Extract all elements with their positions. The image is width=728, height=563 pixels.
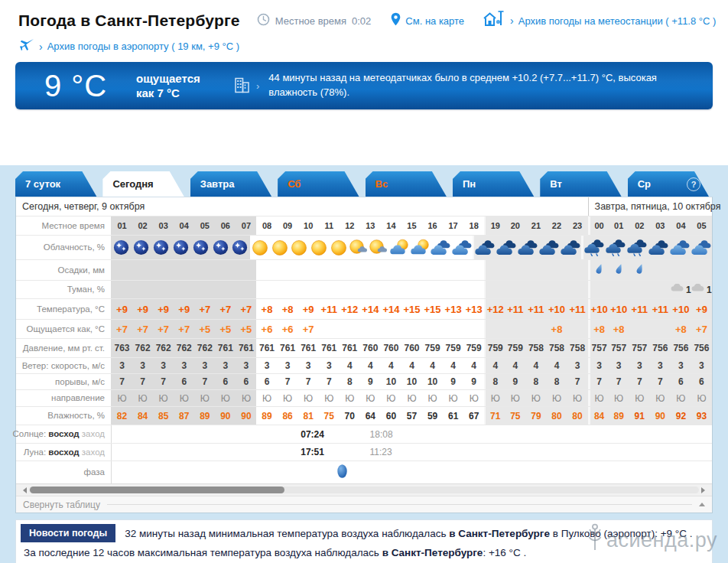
table-cell <box>422 320 443 338</box>
link-arrow-icon: › <box>510 15 514 26</box>
table-cell <box>369 236 388 259</box>
table-cell: Ю <box>112 390 132 406</box>
table-cell: 06 <box>215 216 236 235</box>
table-cell: Ю <box>153 390 174 406</box>
station-archive-link[interactable]: Архив погоды на метеостанции ( +11.8 °C … <box>518 15 717 27</box>
table-cell: Ю <box>443 390 463 406</box>
table-cell: 13 <box>360 216 381 235</box>
row-fog: Туман, %11 <box>16 280 712 298</box>
tab-сб[interactable]: Сб <box>278 171 362 197</box>
table-cell: Ю <box>546 390 567 406</box>
table-cell <box>567 260 588 280</box>
table-cell: 760 <box>381 339 401 357</box>
current-weather-banner: 9 °C ощущается как 7 °C › 44 минуты наза… <box>15 62 713 109</box>
table-cell <box>132 236 151 259</box>
night-icon <box>152 239 170 256</box>
row-moon: Луна: восход заход 17:51 11:23 <box>16 443 712 460</box>
tab-завтра[interactable]: Завтра <box>190 171 275 197</box>
table-cell: +6 <box>256 320 277 338</box>
sun-icon <box>271 239 288 256</box>
table-cell: +9 <box>174 299 194 319</box>
overcast-icon <box>496 239 517 256</box>
table-cell <box>484 260 505 280</box>
row-label: Луна: восход заход <box>16 444 112 460</box>
table-cell: 1 <box>691 281 712 298</box>
table-cell <box>484 320 505 338</box>
table-cell: 61 <box>443 407 463 425</box>
table-cell: 758 <box>567 339 588 357</box>
table-cell: +15 <box>422 299 443 319</box>
table-cell: +9 <box>298 299 319 319</box>
table-cell: 757 <box>588 339 609 357</box>
table-cell: 11 <box>319 216 340 235</box>
row-label: направление <box>16 390 112 406</box>
table-cell <box>648 236 669 259</box>
row-label: Местное время <box>16 216 112 235</box>
table-cell: 05 <box>691 216 712 235</box>
table-cell <box>132 281 153 298</box>
tab-label: Вт <box>550 178 562 190</box>
news-badge[interactable]: Новости погоды <box>21 524 115 542</box>
tab-сегодня[interactable]: Сегодня <box>102 171 187 197</box>
table-cell: 04 <box>671 216 691 235</box>
tab-вс[interactable]: Вс <box>366 171 450 197</box>
scrollbar-track[interactable] <box>29 487 699 493</box>
row-wind-gusts: порывы, м/с77767666777891010109989887777… <box>16 373 712 389</box>
row-label: Осадки, мм <box>16 260 112 280</box>
table-cell <box>236 260 256 280</box>
table-cell: 3 <box>256 358 277 373</box>
clock-icon <box>257 13 270 28</box>
fog-icon <box>671 284 685 296</box>
collapse-table-control[interactable]: Свернуть таблицу <box>16 496 712 513</box>
row-feels-like: Ощущается как, °C+7+7+7+7+5+5+5+6+6+7+8+… <box>16 319 712 338</box>
table-cell <box>112 260 132 280</box>
scroll-right-icon[interactable] <box>701 487 708 493</box>
feels-like-text: ощущается как 7 °C <box>136 71 234 101</box>
scrollbar-thumb[interactable] <box>30 487 284 493</box>
airport-archive-link[interactable]: Архив погоды в аэропорту ( 19 км, +9 °C … <box>47 41 239 52</box>
table-cell: 4 <box>463 358 484 373</box>
table-cell: 19 <box>484 216 505 235</box>
collapse-table-label: Свернуть таблицу <box>23 500 100 510</box>
row-label: Влажность, % <box>16 407 112 425</box>
table-cell: 3 <box>588 358 609 373</box>
tab-вт[interactable]: Вт <box>540 171 625 197</box>
table-cell: 10 <box>401 374 422 389</box>
scroll-left-icon[interactable] <box>20 487 27 493</box>
table-cell: 7 <box>112 374 132 389</box>
table-cell <box>505 260 525 280</box>
table-cell <box>298 260 319 280</box>
table-cell <box>629 320 650 338</box>
table-cell <box>409 236 430 259</box>
table-cell <box>473 236 496 259</box>
table-cell: +10 <box>588 299 609 319</box>
table-cell <box>215 260 236 280</box>
row-sun: Солнце: восход заход 07:24 18:08 <box>16 425 712 443</box>
table-cell <box>210 236 230 259</box>
tab-пн[interactable]: Пн <box>453 171 538 197</box>
row-label: Солнце: восход заход <box>16 425 112 443</box>
table-cell: 3 <box>567 358 588 373</box>
table-cell: Ю <box>340 390 360 406</box>
table-cell: +11 <box>319 299 340 319</box>
tab-7-суток[interactable]: 7 суток <box>15 171 100 197</box>
table-cell: 762 <box>174 339 194 357</box>
map-link[interactable]: См. на карте <box>405 15 464 27</box>
table-cell: 79 <box>525 407 546 425</box>
table-cell: +7 <box>236 299 256 319</box>
divider-line <box>107 504 692 505</box>
table-cell: 7 <box>650 374 671 389</box>
row-label: Давление, мм рт. ст. <box>16 339 112 357</box>
tab-ср[interactable]: Ср? <box>628 171 713 197</box>
table-cell: +13 <box>443 299 463 319</box>
table-cell: 87 <box>174 407 194 425</box>
table-cell <box>609 260 629 280</box>
table-cell: 756 <box>691 339 712 357</box>
table-cell: 75 <box>319 407 340 425</box>
help-icon[interactable]: ? <box>687 177 700 191</box>
plane-icon <box>20 38 34 54</box>
table-cell: +11 <box>567 299 588 319</box>
table-scrollbar[interactable] <box>16 483 712 496</box>
table-cell: +15 <box>401 299 422 319</box>
table-cell: +8 <box>671 320 691 338</box>
